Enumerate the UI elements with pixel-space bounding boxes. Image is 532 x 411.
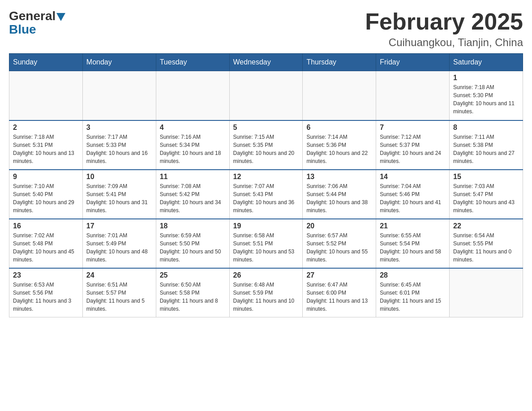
day-number: 4 bbox=[160, 124, 226, 132]
day-number: 17 bbox=[86, 222, 152, 230]
day-number: 20 bbox=[306, 222, 372, 230]
day-number: 14 bbox=[380, 173, 446, 181]
day-number: 1 bbox=[453, 74, 519, 82]
logo-general-text: General bbox=[9, 9, 56, 23]
day-number: 27 bbox=[306, 271, 372, 279]
day-header-sunday: Sunday bbox=[9, 54, 83, 71]
location-title: Cuihuangkou, Tianjin, China bbox=[365, 36, 523, 49]
day-info: Sunrise: 7:02 AMSunset: 5:48 PMDaylight:… bbox=[13, 231, 79, 264]
day-number: 13 bbox=[306, 173, 372, 181]
day-info: Sunrise: 7:08 AMSunset: 5:42 PMDaylight:… bbox=[160, 182, 226, 214]
day-number: 2 bbox=[13, 124, 79, 132]
day-number: 9 bbox=[13, 173, 79, 181]
calendar-cell: 16Sunrise: 7:02 AMSunset: 5:48 PMDayligh… bbox=[9, 219, 83, 268]
day-info: Sunrise: 7:04 AMSunset: 5:46 PMDaylight:… bbox=[380, 182, 446, 214]
day-number: 23 bbox=[13, 271, 79, 279]
day-info: Sunrise: 7:03 AMSunset: 5:47 PMDaylight:… bbox=[453, 182, 519, 214]
day-info: Sunrise: 7:14 AMSunset: 5:36 PMDaylight:… bbox=[306, 133, 372, 165]
day-info: Sunrise: 6:47 AMSunset: 6:00 PMDaylight:… bbox=[306, 281, 372, 313]
calendar-cell: 14Sunrise: 7:04 AMSunset: 5:46 PMDayligh… bbox=[376, 170, 450, 219]
day-number: 21 bbox=[380, 222, 446, 230]
calendar-cell: 8Sunrise: 7:11 AMSunset: 5:38 PMDaylight… bbox=[450, 120, 523, 170]
calendar-cell: 20Sunrise: 6:57 AMSunset: 5:52 PMDayligh… bbox=[303, 219, 376, 268]
day-info: Sunrise: 6:53 AMSunset: 5:56 PMDaylight:… bbox=[13, 281, 79, 313]
calendar-cell: 19Sunrise: 6:58 AMSunset: 5:51 PMDayligh… bbox=[229, 219, 303, 268]
logo-blue-text: Blue bbox=[9, 22, 36, 37]
day-info: Sunrise: 6:54 AMSunset: 5:55 PMDaylight:… bbox=[453, 231, 519, 264]
calendar-cell: 13Sunrise: 7:06 AMSunset: 5:44 PMDayligh… bbox=[303, 170, 376, 219]
day-info: Sunrise: 6:59 AMSunset: 5:50 PMDaylight:… bbox=[160, 231, 226, 264]
day-info: Sunrise: 6:51 AMSunset: 5:57 PMDaylight:… bbox=[86, 281, 152, 313]
day-number: 7 bbox=[380, 124, 446, 132]
calendar-cell: 4Sunrise: 7:16 AMSunset: 5:34 PMDaylight… bbox=[156, 120, 229, 170]
calendar-cell: 17Sunrise: 7:01 AMSunset: 5:49 PMDayligh… bbox=[82, 219, 156, 268]
calendar-cell: 21Sunrise: 6:55 AMSunset: 5:54 PMDayligh… bbox=[376, 219, 450, 268]
day-number: 25 bbox=[160, 271, 226, 279]
day-info: Sunrise: 6:58 AMSunset: 5:51 PMDaylight:… bbox=[233, 231, 299, 264]
day-number: 12 bbox=[233, 173, 299, 181]
day-number: 3 bbox=[86, 124, 152, 132]
calendar-cell: 18Sunrise: 6:59 AMSunset: 5:50 PMDayligh… bbox=[156, 219, 229, 268]
calendar-cell bbox=[303, 71, 376, 120]
calendar-cell: 7Sunrise: 7:12 AMSunset: 5:37 PMDaylight… bbox=[376, 120, 450, 170]
week-row-5: 23Sunrise: 6:53 AMSunset: 5:56 PMDayligh… bbox=[9, 268, 523, 317]
day-number: 24 bbox=[86, 271, 152, 279]
day-info: Sunrise: 7:18 AMSunset: 5:30 PMDaylight:… bbox=[453, 83, 519, 116]
calendar-cell: 25Sunrise: 6:50 AMSunset: 5:58 PMDayligh… bbox=[156, 268, 229, 317]
day-number: 11 bbox=[160, 173, 226, 181]
title-area: February 2025 Cuihuangkou, Tianjin, Chin… bbox=[365, 9, 523, 49]
day-info: Sunrise: 7:09 AMSunset: 5:41 PMDaylight:… bbox=[86, 182, 152, 214]
calendar-cell: 1Sunrise: 7:18 AMSunset: 5:30 PMDaylight… bbox=[450, 71, 523, 120]
calendar-cell: 11Sunrise: 7:08 AMSunset: 5:42 PMDayligh… bbox=[156, 170, 229, 219]
week-row-3: 9Sunrise: 7:10 AMSunset: 5:40 PMDaylight… bbox=[9, 170, 523, 219]
calendar-cell: 26Sunrise: 6:48 AMSunset: 5:59 PMDayligh… bbox=[229, 268, 303, 317]
calendar-cell: 5Sunrise: 7:15 AMSunset: 5:35 PMDaylight… bbox=[229, 120, 303, 170]
day-number: 10 bbox=[86, 173, 152, 181]
calendar-cell bbox=[82, 71, 156, 120]
calendar-cell: 24Sunrise: 6:51 AMSunset: 5:57 PMDayligh… bbox=[82, 268, 156, 317]
month-title: February 2025 bbox=[365, 9, 523, 34]
calendar-cell bbox=[229, 71, 303, 120]
day-info: Sunrise: 7:11 AMSunset: 5:38 PMDaylight:… bbox=[453, 133, 519, 165]
calendar-table: SundayMondayTuesdayWednesdayThursdayFrid… bbox=[9, 53, 523, 317]
calendar-header-row: SundayMondayTuesdayWednesdayThursdayFrid… bbox=[9, 54, 523, 71]
calendar-cell: 6Sunrise: 7:14 AMSunset: 5:36 PMDaylight… bbox=[303, 120, 376, 170]
calendar-cell: 9Sunrise: 7:10 AMSunset: 5:40 PMDaylight… bbox=[9, 170, 83, 219]
day-number: 22 bbox=[453, 222, 519, 230]
day-number: 18 bbox=[160, 222, 226, 230]
day-number: 16 bbox=[13, 222, 79, 230]
day-number: 5 bbox=[233, 124, 299, 132]
week-row-4: 16Sunrise: 7:02 AMSunset: 5:48 PMDayligh… bbox=[9, 219, 523, 268]
calendar-cell bbox=[156, 71, 229, 120]
day-info: Sunrise: 6:55 AMSunset: 5:54 PMDaylight:… bbox=[380, 231, 446, 264]
day-info: Sunrise: 7:17 AMSunset: 5:33 PMDaylight:… bbox=[86, 133, 152, 165]
calendar-cell: 28Sunrise: 6:45 AMSunset: 6:01 PMDayligh… bbox=[376, 268, 450, 317]
logo-arrow-icon bbox=[56, 13, 65, 21]
day-number: 28 bbox=[380, 271, 446, 279]
day-info: Sunrise: 7:10 AMSunset: 5:40 PMDaylight:… bbox=[13, 182, 79, 214]
day-info: Sunrise: 6:57 AMSunset: 5:52 PMDaylight:… bbox=[306, 231, 372, 264]
calendar-cell: 3Sunrise: 7:17 AMSunset: 5:33 PMDaylight… bbox=[82, 120, 156, 170]
day-header-monday: Monday bbox=[82, 54, 156, 71]
day-info: Sunrise: 7:15 AMSunset: 5:35 PMDaylight:… bbox=[233, 133, 299, 165]
day-header-friday: Friday bbox=[376, 54, 450, 71]
calendar-cell: 23Sunrise: 6:53 AMSunset: 5:56 PMDayligh… bbox=[9, 268, 83, 317]
day-header-wednesday: Wednesday bbox=[229, 54, 303, 71]
day-info: Sunrise: 6:50 AMSunset: 5:58 PMDaylight:… bbox=[160, 281, 226, 313]
calendar-cell: 2Sunrise: 7:18 AMSunset: 5:31 PMDaylight… bbox=[9, 120, 83, 170]
calendar-cell: 15Sunrise: 7:03 AMSunset: 5:47 PMDayligh… bbox=[450, 170, 523, 219]
calendar-cell bbox=[9, 71, 83, 120]
calendar-cell bbox=[450, 268, 523, 317]
day-header-tuesday: Tuesday bbox=[156, 54, 229, 71]
day-number: 6 bbox=[306, 124, 372, 132]
week-row-1: 1Sunrise: 7:18 AMSunset: 5:30 PMDaylight… bbox=[9, 71, 523, 120]
day-number: 26 bbox=[233, 271, 299, 279]
calendar-cell: 12Sunrise: 7:07 AMSunset: 5:43 PMDayligh… bbox=[229, 170, 303, 219]
week-row-2: 2Sunrise: 7:18 AMSunset: 5:31 PMDaylight… bbox=[9, 120, 523, 170]
day-header-saturday: Saturday bbox=[450, 54, 523, 71]
day-info: Sunrise: 7:06 AMSunset: 5:44 PMDaylight:… bbox=[306, 182, 372, 214]
calendar-cell: 22Sunrise: 6:54 AMSunset: 5:55 PMDayligh… bbox=[450, 219, 523, 268]
day-info: Sunrise: 7:07 AMSunset: 5:43 PMDaylight:… bbox=[233, 182, 299, 214]
day-info: Sunrise: 7:18 AMSunset: 5:31 PMDaylight:… bbox=[13, 133, 79, 165]
day-info: Sunrise: 7:12 AMSunset: 5:37 PMDaylight:… bbox=[380, 133, 446, 165]
